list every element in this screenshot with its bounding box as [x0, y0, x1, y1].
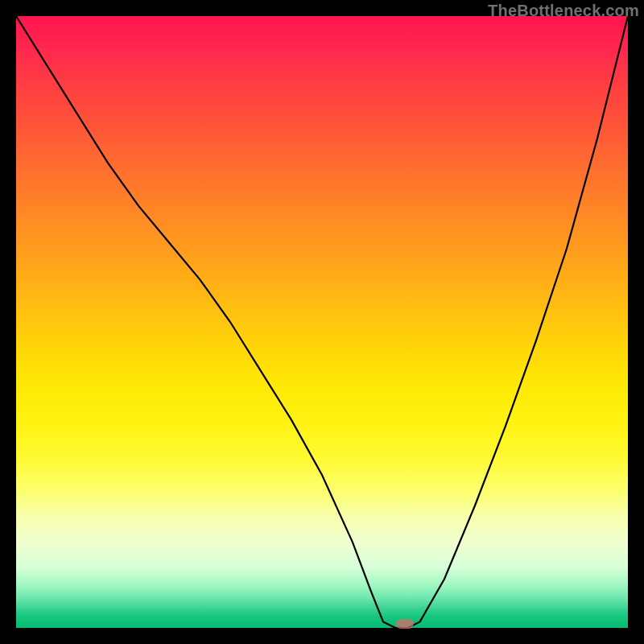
watermark-text: TheBottleneck.com — [488, 2, 639, 20]
optimal-point-marker — [396, 619, 414, 629]
chart-container: TheBottleneck.com — [0, 0, 644, 644]
bottleneck-curve — [16, 16, 628, 628]
